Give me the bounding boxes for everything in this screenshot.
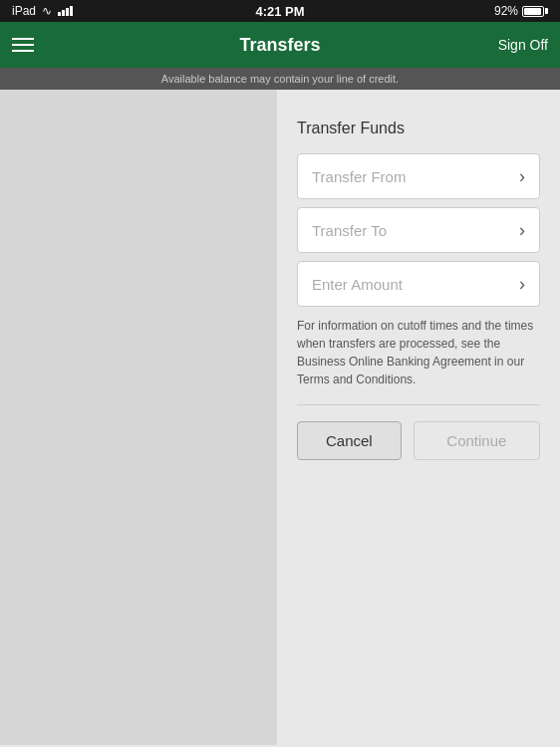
menu-button[interactable] bbox=[12, 38, 34, 52]
transfer-to-field[interactable]: Transfer To › bbox=[297, 207, 540, 253]
button-row: Cancel Continue bbox=[297, 421, 540, 460]
cancel-button[interactable]: Cancel bbox=[297, 421, 402, 460]
content-area: Transfer Funds Transfer From › Transfer … bbox=[277, 90, 560, 745]
info-banner: Available balance may contain your line … bbox=[0, 68, 560, 90]
sidebar bbox=[0, 90, 277, 745]
enter-amount-field[interactable]: Enter Amount › bbox=[297, 261, 540, 307]
signal-bars bbox=[58, 6, 73, 16]
enter-amount-label: Enter Amount bbox=[312, 276, 403, 293]
info-banner-text: Available balance may contain your line … bbox=[161, 73, 399, 85]
continue-button[interactable]: Continue bbox=[414, 421, 540, 460]
device-label: iPad bbox=[12, 4, 36, 18]
info-text: For information on cutoff times and the … bbox=[297, 317, 540, 388]
divider bbox=[297, 404, 540, 405]
nav-bar: Transfers Sign Off bbox=[0, 22, 560, 68]
transfer-to-chevron: › bbox=[519, 220, 525, 241]
enter-amount-chevron: › bbox=[519, 274, 525, 295]
transfer-from-chevron: › bbox=[519, 166, 525, 187]
transfer-from-label: Transfer From bbox=[312, 168, 406, 185]
main-layout: Transfer Funds Transfer From › Transfer … bbox=[0, 90, 560, 745]
status-bar-left: iPad ∿ bbox=[12, 4, 73, 18]
transfer-to-label: Transfer To bbox=[312, 222, 387, 239]
battery-icon bbox=[522, 6, 548, 17]
wifi-icon: ∿ bbox=[42, 4, 52, 18]
status-bar-time: 4:21 PM bbox=[255, 4, 304, 19]
status-bar-right: 92% bbox=[494, 4, 548, 18]
nav-title: Transfers bbox=[239, 35, 320, 56]
section-title: Transfer Funds bbox=[297, 120, 540, 137]
status-bar: iPad ∿ 4:21 PM 92% bbox=[0, 0, 560, 22]
sign-off-button[interactable]: Sign Off bbox=[498, 37, 548, 53]
transfer-from-field[interactable]: Transfer From › bbox=[297, 153, 540, 199]
battery-percentage: 92% bbox=[494, 4, 518, 18]
